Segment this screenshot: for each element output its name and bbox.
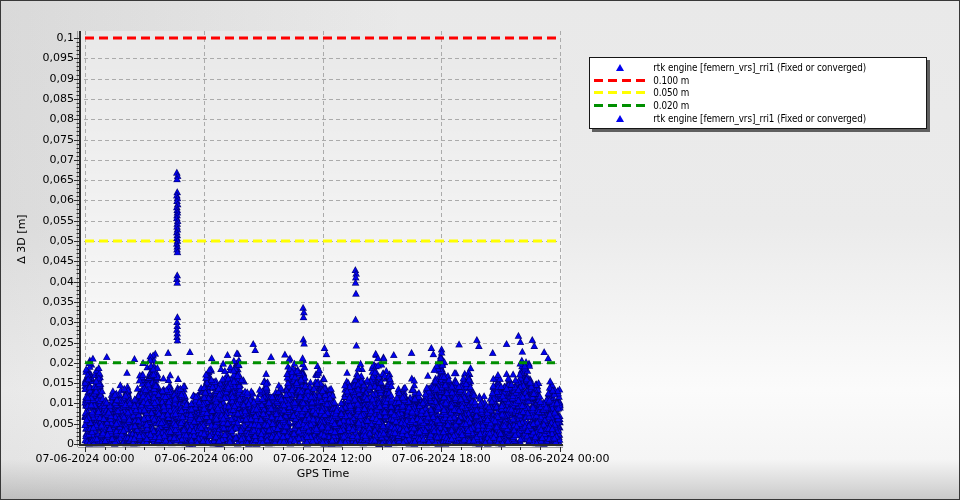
triangle-marker-icon [616,115,624,122]
y-tick-label: 0,035 [1,296,74,308]
y-tick-label: 0 [1,438,74,450]
y-tick-label: 0,04 [1,276,74,288]
dash-line-icon [594,79,646,82]
legend-item[interactable]: rtk engine [femern_vrs]_rri1 (Fixed or c… [592,113,924,125]
triangle-marker-icon [616,64,624,71]
chart-window: 0,10,0950,090,0850,080,0750,070,0650,060… [0,0,960,500]
y-tick-label: 0,025 [1,337,74,349]
y-tick-label: 0,02 [1,357,74,369]
dash-line-icon [594,104,646,107]
y-tick-label: 0,03 [1,316,74,328]
y-tick-label: 0,07 [1,154,74,166]
legend-item[interactable]: rtk engine [femern_vrs]_rri1 (Fixed or c… [592,61,924,73]
dash-line-icon [592,79,648,82]
y-tick-label: 0,045 [1,255,74,267]
triangle-marker-icon [592,115,648,122]
legend-item-label: rtk engine [femern_vrs]_rri1 (Fixed or c… [648,62,866,73]
x-tick-label: 08-06-2024 00:00 [490,452,630,465]
legend: rtk engine [femern_vrs]_rri1 (Fixed or c… [589,57,927,129]
y-tick-label: 0,08 [1,113,74,125]
legend-item[interactable]: 0.050 m [592,87,924,99]
legend-item[interactable]: 0.020 m [592,100,924,112]
legend-item-label: 0.020 m [648,100,689,111]
y-tick-label: 0,06 [1,194,74,206]
dash-line-icon [592,104,648,107]
y-tick-label: 0,085 [1,93,74,105]
legend-item[interactable]: 0.100 m [592,74,924,86]
dash-line-icon [592,91,648,94]
y-tick-label: 0,09 [1,73,74,85]
y-tick-label: 0,065 [1,174,74,186]
y-axis-title: Δ 3D [m] [15,214,28,263]
y-tick-label: 0,01 [1,397,74,409]
y-tick-label: 0,075 [1,134,74,146]
y-tick-label: 0,05 [1,235,74,247]
x-axis-title: GPS Time [253,467,393,480]
y-tick-label: 0,015 [1,377,74,389]
y-tick-label: 0,055 [1,215,74,227]
dash-line-icon [594,91,646,94]
y-tick-label: 0,095 [1,52,74,64]
legend-item-label: rtk engine [femern_vrs]_rri1 (Fixed or c… [648,113,866,124]
triangle-marker-icon [592,64,648,71]
y-tick-label: 0,1 [1,32,74,44]
legend-item-label: 0.050 m [648,87,689,98]
y-tick-label: 0,005 [1,418,74,430]
legend-item-label: 0.100 m [648,75,689,86]
